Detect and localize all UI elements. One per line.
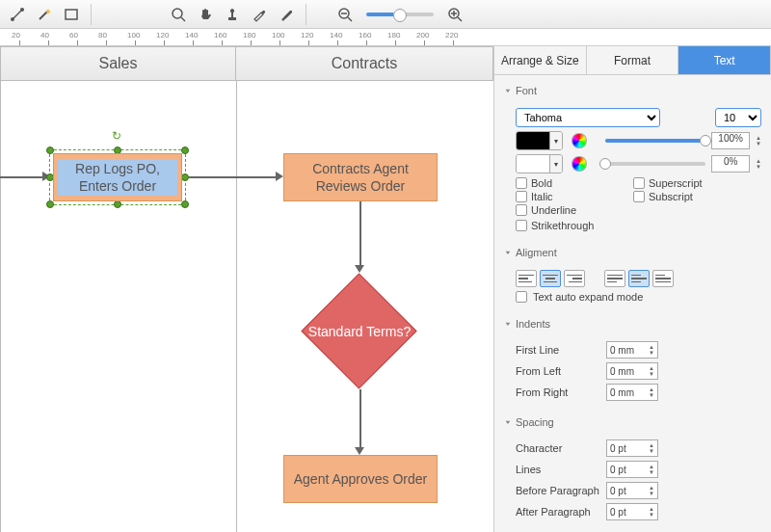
tool-connector-icon[interactable] [6, 3, 29, 26]
node-standard-terms[interactable]: Standard Terms? [302, 274, 417, 389]
lane-header-contracts[interactable]: Contracts [236, 46, 493, 81]
section-spacing[interactable]: Spacing [504, 412, 761, 432]
fill-color-picker[interactable]: ▾ [516, 154, 563, 173]
edge [0, 176, 42, 178]
resize-handle[interactable] [181, 173, 189, 181]
node-label: Agent Approves Order [294, 470, 428, 488]
node-contracts-agent-reviews[interactable]: Contracts Agent Reviews Order [283, 153, 438, 201]
fill-opacity-value[interactable]: 0% [711, 155, 750, 173]
zoom-slider[interactable] [366, 13, 434, 16]
resize-handle[interactable] [181, 200, 189, 208]
indent-from-left-input[interactable]: 0 mm▲▼ [606, 362, 658, 380]
tab-format[interactable]: Format [587, 46, 679, 74]
section-alignment[interactable]: Aligment [504, 243, 761, 262]
lane-header-sales[interactable]: Sales [0, 46, 236, 81]
brush-icon[interactable] [275, 3, 298, 26]
svg-rect-4 [228, 17, 236, 20]
spacing-before-input[interactable]: 0 pt▲▼ [606, 482, 658, 499]
valign-bottom-button[interactable] [652, 270, 674, 287]
inspector-tabs: Arrange & Size Format Text [494, 46, 771, 75]
toolbar [0, 0, 771, 29]
node-label: Rep Logs PO, Enters Order [58, 159, 177, 196]
node-label: Standard Terms? [308, 323, 411, 340]
tab-arrange[interactable]: Arrange & Size [494, 46, 587, 74]
node-label: Contracts Agent Reviews Order [288, 160, 433, 195]
align-right-button[interactable] [564, 270, 585, 287]
zoom-out-icon[interactable] [333, 3, 357, 26]
align-left-button[interactable] [516, 270, 537, 287]
lane-border [236, 81, 237, 532]
svg-point-0 [11, 17, 14, 21]
auto-expand-checkbox[interactable] [516, 291, 527, 303]
spacing-lines-input[interactable]: 0 pt▲▼ [606, 461, 658, 478]
text-color-picker[interactable]: ▾ [516, 131, 563, 150]
fill-opacity-slider[interactable] [605, 162, 705, 166]
section-indents[interactable]: Indents [504, 314, 761, 333]
hand-tool-icon[interactable] [194, 3, 217, 26]
stepper-icon[interactable]: ▲▼ [756, 135, 761, 146]
subscript-checkbox[interactable] [633, 191, 645, 202]
tool-magic-wand-icon[interactable] [33, 3, 56, 26]
color-wheel-icon[interactable] [572, 156, 586, 172]
ruler: 20 40 60 80 100 120 140 160 180 100 120 … [0, 29, 771, 46]
edge [189, 176, 276, 178]
bold-checkbox[interactable] [516, 177, 527, 189]
svg-point-1 [20, 8, 24, 12]
superscript-checkbox[interactable] [633, 177, 645, 189]
indent-first-line-input[interactable]: 0 mm▲▼ [606, 341, 658, 359]
zoom-tool-icon[interactable] [167, 3, 190, 26]
valign-top-button[interactable] [604, 270, 625, 287]
section-font[interactable]: Font [504, 81, 761, 100]
svg-rect-2 [66, 10, 77, 19]
separator [306, 4, 306, 25]
canvas[interactable]: Sales Contracts ↻ Rep Logs PO, Enters Or… [0, 46, 493, 532]
inspector-body: Font Tahoma 10 ▾ 100% ▲▼ ▾ [494, 75, 771, 532]
lane-title: Contracts [332, 55, 397, 72]
valign-middle-button[interactable] [628, 270, 650, 287]
rotate-handle-icon[interactable]: ↻ [112, 129, 123, 141]
underline-checkbox[interactable] [516, 204, 527, 216]
stamp-tool-icon[interactable] [221, 3, 244, 26]
indent-from-right-input[interactable]: 0 mm▲▼ [606, 384, 658, 401]
arrow-head-icon [355, 265, 364, 273]
align-center-button[interactable] [540, 270, 561, 287]
strikethrough-checkbox[interactable] [516, 220, 527, 231]
zoom-in-icon[interactable] [443, 3, 466, 26]
separator [91, 4, 92, 25]
resize-handle[interactable] [46, 200, 54, 208]
node-rep-logs-po[interactable]: Rep Logs PO, Enters Order [53, 153, 182, 201]
spacing-after-input[interactable]: 0 pt▲▼ [606, 503, 658, 520]
resize-handle[interactable] [114, 200, 121, 208]
edge [359, 389, 361, 447]
node-agent-approves[interactable]: Agent Approves Order [283, 455, 438, 503]
text-opacity-slider[interactable] [605, 139, 705, 143]
arrow-head-icon [276, 172, 283, 181]
font-family-select[interactable]: Tahoma [516, 108, 660, 127]
font-size-select[interactable]: 10 [715, 108, 761, 127]
stepper-icon[interactable]: ▲▼ [756, 158, 761, 170]
inspector-panel: Arrange & Size Format Text Font Tahoma 1… [493, 46, 771, 532]
text-opacity-value[interactable]: 100% [711, 132, 750, 149]
lane-title: Sales [98, 55, 137, 72]
svg-point-3 [173, 9, 182, 18]
spacing-character-input[interactable]: 0 pt▲▼ [606, 439, 658, 457]
eyedropper-icon[interactable] [248, 3, 271, 26]
edge [359, 201, 361, 265]
arrow-head-icon [355, 447, 364, 455]
resize-handle[interactable] [181, 146, 189, 154]
italic-checkbox[interactable] [516, 191, 527, 202]
tool-rect-icon[interactable] [60, 3, 83, 26]
tab-text[interactable]: Text [678, 46, 771, 74]
lane-border [0, 81, 1, 532]
color-wheel-icon[interactable] [572, 133, 586, 148]
